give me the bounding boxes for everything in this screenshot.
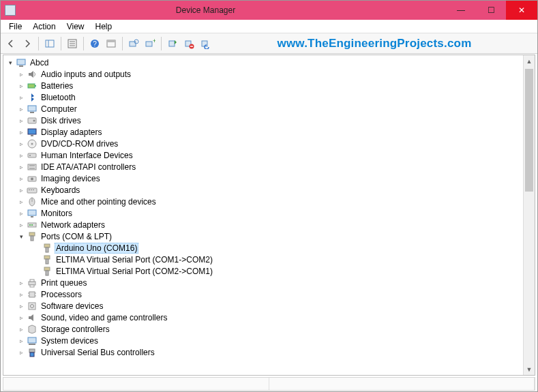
tree-category[interactable]: ▹Display adapters <box>3 126 535 138</box>
vertical-scrollbar[interactable]: ▲ ▼ <box>523 55 535 375</box>
expand-arrow-icon[interactable]: ▹ <box>17 70 25 78</box>
expand-arrow-icon[interactable]: ▹ <box>17 314 25 322</box>
tree-device[interactable]: ELTIMA Virtual Serial Port (COM2->COM1) <box>3 265 535 277</box>
svg-point-32 <box>29 155 31 156</box>
tree-item-label: Monitors <box>40 208 74 219</box>
scroll-up-button[interactable]: ▲ <box>524 55 535 67</box>
menubar: File Action View Help <box>1 20 537 33</box>
device-tree[interactable]: ▾Abcd▹Audio inputs and outputs▹Batteries… <box>3 55 535 375</box>
tree-category[interactable]: ▾Ports (COM & LPT) <box>3 230 535 242</box>
expand-arrow-icon[interactable]: ▹ <box>17 93 25 102</box>
disable-button[interactable] <box>198 36 213 51</box>
svg-rect-41 <box>33 190 34 190</box>
expand-arrow-icon[interactable]: ▹ <box>17 128 25 136</box>
tree-category[interactable]: ▹Human Interface Devices <box>3 149 535 161</box>
tree-item-label: Audio inputs and outputs <box>40 69 132 80</box>
expand-arrow-icon[interactable]: ▹ <box>17 348 25 357</box>
tree-category[interactable]: ▹Storage controllers <box>3 323 535 335</box>
tree-category[interactable]: ▹Monitors <box>3 207 535 219</box>
tree-category[interactable]: ▹Disk drives <box>3 115 535 126</box>
tree-item-label: Keyboards <box>40 185 81 196</box>
tree-category[interactable]: ▹Network adapters <box>3 219 535 230</box>
tree-category[interactable]: ▹Imaging devices <box>3 172 535 184</box>
scroll-thumb[interactable] <box>525 69 533 192</box>
expand-arrow-icon[interactable]: ▹ <box>17 337 25 345</box>
svg-rect-50 <box>31 236 33 241</box>
svg-rect-28 <box>31 135 33 136</box>
expand-arrow-icon[interactable]: ▹ <box>17 325 25 333</box>
properties-button[interactable] <box>65 36 80 51</box>
update-driver-button[interactable] <box>165 36 180 51</box>
device-tree-panel: ▾Abcd▹Audio inputs and outputs▹Batteries… <box>3 55 535 376</box>
expand-arrow-icon[interactable]: ▹ <box>17 302 25 310</box>
port-icon <box>42 254 53 265</box>
expand-arrow-icon[interactable]: ▹ <box>17 151 25 160</box>
expand-arrow-icon[interactable]: ▹ <box>17 290 25 299</box>
add-legacy-hardware-button[interactable]: + <box>143 36 158 51</box>
expand-arrow-icon[interactable]: ▹ <box>17 186 25 194</box>
svg-rect-51 <box>44 244 50 247</box>
tree-category[interactable]: ▹Processors <box>3 288 535 300</box>
expand-arrow-icon[interactable]: ▹ <box>17 140 25 148</box>
svg-rect-21 <box>28 84 35 88</box>
svg-rect-52 <box>46 247 48 252</box>
forward-button[interactable] <box>20 36 35 51</box>
tree-item-label: Imaging devices <box>40 173 102 184</box>
scroll-down-button[interactable]: ▼ <box>524 363 535 375</box>
expand-arrow-icon[interactable]: ▹ <box>17 198 25 206</box>
show-hide-console-tree-button[interactable] <box>42 36 57 51</box>
tree-item-label: IDE ATA/ATAPI controllers <box>40 162 137 172</box>
tree-category[interactable]: ▹Audio inputs and outputs <box>3 68 535 80</box>
tree-item-label: Disk drives <box>40 115 83 126</box>
tree-device[interactable]: ELTIMA Virtual Serial Port (COM1->COM2) <box>3 254 535 265</box>
expand-arrow-icon[interactable]: ▹ <box>17 221 25 229</box>
tree-item-label: DVD/CD-ROM drives <box>40 138 119 149</box>
collapse-arrow-icon[interactable]: ▾ <box>17 232 25 241</box>
svg-rect-38 <box>27 188 37 193</box>
expand-arrow-icon[interactable]: ▹ <box>17 105 25 113</box>
tree-category[interactable]: ▹System devices <box>3 335 535 346</box>
tree-category[interactable]: ▹Sound, video and game controllers <box>3 312 535 323</box>
storage-icon <box>27 324 38 335</box>
statusbar <box>3 377 535 391</box>
tree-category[interactable]: ▹IDE ATA/ATAPI controllers <box>3 161 535 172</box>
tree-category[interactable]: ▹Software devices <box>3 300 535 312</box>
tree-category[interactable]: ▹Keyboards <box>3 184 535 196</box>
tree-category[interactable]: ▹Computer <box>3 103 535 115</box>
tree-root[interactable]: ▾Abcd <box>3 57 535 68</box>
tree-category[interactable]: ▹Universal Serial Bus controllers <box>3 346 535 358</box>
help-button[interactable]: ? <box>87 36 102 51</box>
action-button[interactable] <box>104 36 119 51</box>
ide-icon <box>27 162 38 172</box>
uninstall-button[interactable] <box>181 36 196 51</box>
expand-arrow-icon[interactable]: ▹ <box>17 163 25 171</box>
toolbar-separator <box>122 37 123 50</box>
tree-item-label: Display adapters <box>40 127 103 138</box>
tree-item-label: Bluetooth <box>40 92 77 103</box>
tree-category[interactable]: ▹Print queues <box>3 277 535 288</box>
expand-arrow-icon[interactable]: ▹ <box>17 117 25 125</box>
scan-hardware-button[interactable] <box>126 36 141 51</box>
expand-arrow-icon[interactable]: ▹ <box>17 209 25 217</box>
close-button[interactable]: ✕ <box>506 1 537 20</box>
software-icon <box>27 301 38 312</box>
svg-rect-56 <box>46 271 48 275</box>
expand-arrow-icon[interactable]: ▹ <box>17 175 25 183</box>
expand-arrow-icon[interactable]: ▹ <box>17 279 25 287</box>
expand-arrow-icon[interactable]: ▹ <box>17 82 25 90</box>
svg-rect-22 <box>35 85 36 87</box>
menu-help[interactable]: Help <box>91 20 119 33</box>
tree-device[interactable]: Arduino Uno (COM16) <box>3 242 535 254</box>
menu-view[interactable]: View <box>63 20 91 33</box>
tree-category[interactable]: ▹Batteries <box>3 80 535 91</box>
maximize-button[interactable]: ☐ <box>476 1 506 20</box>
menu-action[interactable]: Action <box>29 20 62 33</box>
svg-rect-49 <box>29 232 35 236</box>
tree-category[interactable]: ▹Mice and other pointing devices <box>3 196 535 207</box>
menu-file[interactable]: File <box>5 20 29 33</box>
tree-category[interactable]: ▹Bluetooth <box>3 91 535 103</box>
tree-category[interactable]: ▹DVD/CD-ROM drives <box>3 138 535 149</box>
minimize-button[interactable]: — <box>446 1 476 20</box>
collapse-arrow-icon[interactable]: ▾ <box>6 59 14 67</box>
back-button[interactable] <box>3 36 18 51</box>
